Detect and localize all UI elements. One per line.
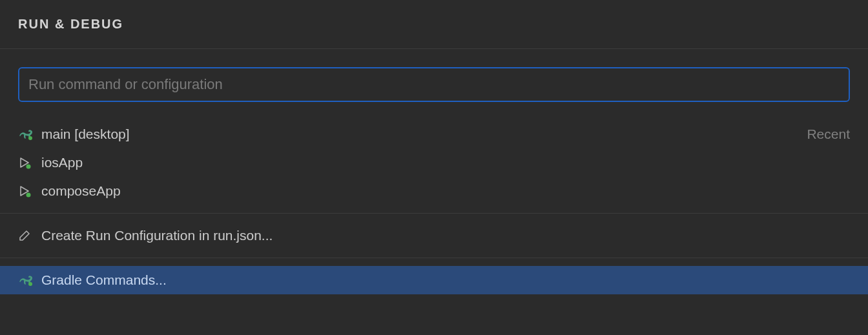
config-item-main-desktop[interactable]: main [desktop] Recent: [0, 120, 868, 148]
panel-title: RUN & DEBUG: [18, 17, 850, 32]
play-icon: [18, 156, 36, 169]
search-container: [0, 49, 868, 120]
panel-header: RUN & DEBUG: [0, 0, 868, 49]
config-label: main [desktop]: [41, 127, 807, 142]
action-label: Create Run Configuration in run.json...: [41, 228, 850, 243]
gradle-icon: [18, 128, 36, 140]
configurations-list: main [desktop] Recent iosApp composeApp …: [0, 120, 868, 294]
config-label: iosApp: [41, 155, 850, 170]
svg-point-1: [26, 165, 31, 169]
gradle-commands-action[interactable]: Gradle Commands...: [0, 266, 868, 294]
divider: [0, 258, 868, 258]
divider: [0, 213, 868, 214]
run-command-input[interactable]: [18, 67, 850, 102]
gradle-icon: [18, 274, 36, 286]
play-icon: [18, 185, 36, 198]
svg-point-3: [28, 282, 32, 286]
config-item-iosapp[interactable]: iosApp: [0, 148, 868, 177]
svg-point-2: [26, 193, 31, 198]
svg-point-0: [28, 136, 32, 140]
config-label: composeApp: [41, 183, 850, 199]
action-label: Gradle Commands...: [41, 272, 850, 288]
pencil-icon: [18, 229, 36, 242]
create-run-config-action[interactable]: Create Run Configuration in run.json...: [0, 221, 868, 250]
recent-badge: Recent: [807, 127, 850, 142]
config-item-composeapp[interactable]: composeApp: [0, 177, 868, 205]
